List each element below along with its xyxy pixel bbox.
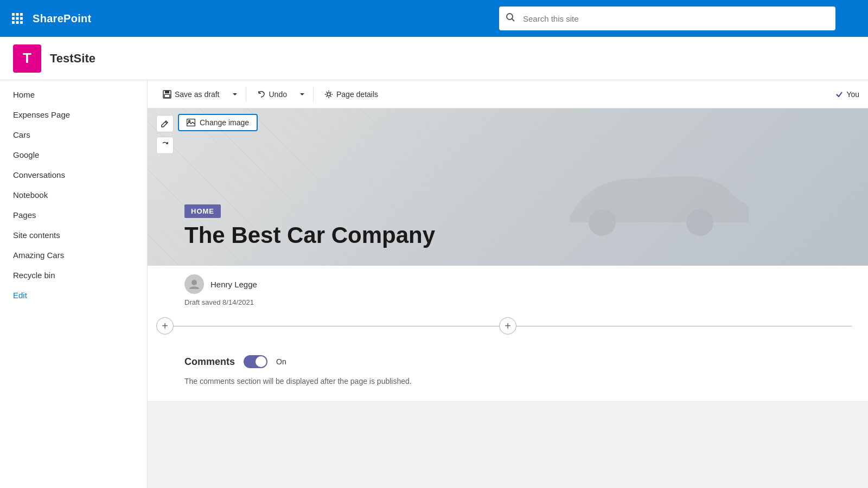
add-content-button[interactable]: + (499, 317, 516, 335)
avatar (184, 274, 204, 294)
comments-section: Comments On The comments section will be… (148, 340, 868, 401)
svg-line-10 (512, 19, 515, 22)
site-header: T TestSite (0, 37, 868, 80)
save-draft-dropdown[interactable] (228, 85, 241, 104)
svg-point-16 (686, 209, 713, 236)
you-label: You (846, 90, 859, 99)
draft-saved-text: Draft saved 8/14/2021 (148, 296, 868, 313)
toggle-on-label: On (276, 357, 286, 366)
sidebar-item-edit[interactable]: Edit (0, 285, 147, 305)
site-title: TestSite (50, 52, 95, 66)
site-logo[interactable]: T (13, 44, 41, 73)
change-image-button[interactable]: Change image (178, 114, 258, 131)
top-navigation-bar: SharePoint (0, 0, 868, 37)
save-icon (163, 90, 171, 99)
undo-icon (257, 90, 266, 99)
avatar-icon (188, 278, 200, 290)
page-toolbar: Save as draft Undo (148, 80, 868, 108)
svg-rect-2 (20, 13, 23, 16)
sharepoint-brand: SharePoint (33, 12, 92, 25)
sidebar-item-cars[interactable]: Cars (0, 125, 147, 145)
sidebar-item-recycle-bin[interactable]: Recycle bin (0, 265, 147, 285)
search-container (499, 7, 835, 30)
page-details-label: Page details (336, 90, 378, 99)
undo-dropdown[interactable] (296, 85, 309, 104)
sidebar-item-notebook[interactable]: Notebook (0, 185, 147, 205)
main-layout: Home Expenses Page Cars Google Conversat… (0, 80, 868, 488)
sidebar-item-google[interactable]: Google (0, 145, 147, 165)
svg-rect-4 (16, 17, 19, 20)
hero-rotate-button[interactable] (156, 137, 174, 154)
comments-header: Comments On (184, 355, 831, 368)
content-area: Save as draft Undo (148, 80, 868, 488)
search-input[interactable] (499, 7, 835, 30)
toggle-knob (256, 356, 266, 367)
sidebar-item-home[interactable]: Home (0, 85, 147, 105)
comments-toggle[interactable] (244, 355, 267, 368)
sidebar-item-amazing-cars[interactable]: Amazing Cars (0, 245, 147, 265)
save-draft-button[interactable]: Save as draft (156, 85, 226, 104)
checkmark-icon (835, 91, 843, 98)
rotate-icon (161, 142, 169, 149)
waffle-icon[interactable] (9, 10, 26, 27)
sidebar-item-pages[interactable]: Pages (0, 205, 147, 225)
svg-rect-6 (12, 21, 15, 24)
svg-rect-13 (164, 94, 170, 98)
hero-car-decoration (542, 141, 760, 249)
undo-button[interactable]: Undo (251, 85, 293, 104)
svg-point-14 (327, 93, 330, 96)
add-section-area: + + (148, 313, 868, 339)
sidebar-item-site-contents[interactable]: Site contents (0, 225, 147, 245)
svg-rect-7 (16, 21, 19, 24)
change-image-label: Change image (200, 118, 249, 127)
comments-label: Comments (184, 356, 235, 368)
svg-rect-3 (12, 17, 15, 20)
svg-rect-1 (16, 13, 19, 16)
svg-rect-0 (12, 13, 15, 16)
svg-point-20 (192, 280, 197, 285)
hero-edit-button[interactable] (156, 115, 174, 132)
add-section-button[interactable]: + (156, 317, 174, 335)
chevron-down-icon-2 (299, 91, 305, 98)
search-icon (506, 12, 515, 24)
undo-label: Undo (269, 90, 287, 99)
comments-info-text: The comments section will be displayed a… (184, 377, 831, 386)
toolbar-divider-1 (246, 87, 246, 102)
sidebar: Home Expenses Page Cars Google Conversat… (0, 80, 148, 488)
sidebar-item-conversations[interactable]: Conversations (0, 165, 147, 185)
save-draft-label: Save as draft (175, 90, 220, 99)
toolbar-divider-2 (313, 87, 314, 102)
sidebar-item-expenses[interactable]: Expenses Page (0, 105, 147, 125)
pencil-icon (161, 120, 169, 127)
image-icon (187, 119, 195, 126)
author-area: Henry Legge (148, 266, 868, 296)
chevron-down-icon (232, 91, 238, 98)
svg-rect-12 (165, 91, 169, 93)
home-badge: HOME (184, 204, 221, 218)
author-name: Henry Legge (210, 280, 257, 289)
hero-area: Change image HOME The Best Car Company (148, 108, 868, 266)
gear-icon (324, 90, 333, 99)
page-details-button[interactable]: Page details (318, 85, 385, 104)
svg-point-9 (507, 14, 513, 20)
page-title: The Best Car Company (184, 222, 435, 248)
svg-rect-8 (20, 21, 23, 24)
page-wrapper: Change image HOME The Best Car Company (148, 108, 868, 401)
svg-point-15 (589, 209, 616, 236)
svg-rect-5 (20, 17, 23, 20)
